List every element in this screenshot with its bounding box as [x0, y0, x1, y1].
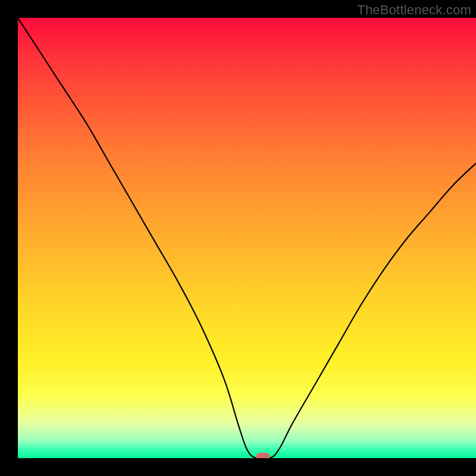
chart-min-marker [256, 453, 270, 458]
chart-curve-path [18, 18, 476, 458]
watermark-text: TheBottleneck.com [357, 2, 471, 18]
chart-plot-area [18, 18, 476, 458]
chart-curve-svg [18, 18, 476, 458]
